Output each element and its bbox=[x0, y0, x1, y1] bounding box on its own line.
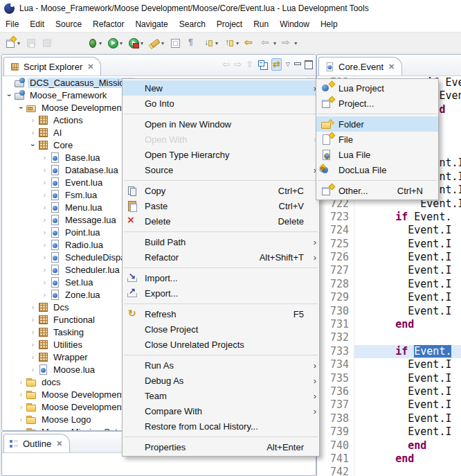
code-line-740[interactable]: 740 end bbox=[317, 439, 461, 452]
menubar-item-file[interactable]: File bbox=[0, 17, 24, 31]
up-icon[interactable]: ⇧ bbox=[246, 59, 253, 70]
context-menu-item-close-project[interactable]: Close Project bbox=[123, 321, 319, 337]
expand-arrow-icon[interactable]: › bbox=[40, 154, 49, 161]
expand-arrow-icon[interactable]: › bbox=[28, 129, 37, 136]
expand-arrow-icon[interactable]: › bbox=[17, 403, 26, 411]
menubar-item-refactor[interactable]: Refactor bbox=[87, 17, 129, 31]
context-menu-item-paste[interactable]: PasteCtrl+V bbox=[123, 198, 319, 213]
expand-arrow-icon[interactable]: › bbox=[28, 341, 37, 349]
menubar-item-project[interactable]: Project bbox=[211, 17, 248, 31]
toolbar-button-run-external-tools[interactable]: ▾ bbox=[126, 36, 145, 50]
tab-core-event[interactable]: Core.Event ✕ bbox=[318, 57, 402, 76]
dropdown-caret-icon[interactable]: ▾ bbox=[215, 40, 218, 46]
expand-arrow-icon[interactable]: › bbox=[40, 266, 49, 274]
context-menu-item-go-into[interactable]: Go Into bbox=[123, 96, 319, 111]
view-menu-icon[interactable]: ▽ bbox=[286, 59, 290, 70]
context-menu-item-source[interactable]: Source› bbox=[123, 162, 319, 177]
menubar-item-search[interactable]: Search bbox=[174, 17, 211, 31]
submenu-item-doclua-file[interactable]: DocLua File bbox=[316, 162, 438, 177]
code-line-739[interactable]: 739 Event.I bbox=[317, 425, 461, 439]
context-menu-item-delete[interactable]: DeleteDelete bbox=[123, 213, 319, 229]
expand-arrow-icon[interactable]: › bbox=[29, 141, 37, 150]
code-line-730[interactable]: 730 Event.I bbox=[317, 305, 461, 318]
toolbar-button-open-type[interactable] bbox=[168, 36, 183, 50]
toolbar-button-run[interactable]: ▾ bbox=[105, 36, 125, 50]
back-icon[interactable]: ⇦ bbox=[222, 59, 230, 70]
collapse-all-icon[interactable] bbox=[257, 60, 267, 69]
expand-arrow-icon[interactable]: › bbox=[17, 103, 25, 112]
submenu-item-file[interactable]: File bbox=[316, 132, 438, 147]
code-line-733[interactable]: 733 if Event. bbox=[317, 345, 461, 358]
expand-arrow-icon[interactable]: › bbox=[40, 279, 49, 286]
expand-arrow-icon[interactable]: › bbox=[28, 366, 37, 373]
dropdown-caret-icon[interactable]: ▾ bbox=[294, 40, 297, 46]
expand-arrow-icon[interactable]: › bbox=[17, 391, 26, 398]
code-line-735[interactable]: 735 Event.I bbox=[317, 372, 461, 385]
expand-arrow-icon[interactable]: › bbox=[40, 254, 49, 261]
code-line-727[interactable]: 727 Event.I bbox=[317, 264, 461, 277]
context-menu-item-new[interactable]: New› bbox=[123, 80, 319, 96]
context-menu-item-close-unrelated-projects[interactable]: Close Unrelated Projects bbox=[123, 337, 319, 352]
context-menu-item-build-path[interactable]: Build Path› bbox=[123, 234, 319, 249]
toolbar-button-save-all[interactable] bbox=[40, 36, 55, 50]
expand-arrow-icon[interactable]: › bbox=[17, 416, 26, 423]
toolbar-button-next-annotation[interactable]: ▾ bbox=[201, 36, 220, 50]
menubar-item-run[interactable]: Run bbox=[248, 17, 274, 31]
expand-arrow-icon[interactable]: › bbox=[28, 303, 37, 311]
context-menu-item-compare-with[interactable]: Compare With› bbox=[123, 403, 319, 418]
context-menu-item-open-type-hierarchy[interactable]: Open Type Hierarchy bbox=[123, 147, 319, 162]
tab-script-explorer[interactable]: Script Explorer ✕ bbox=[3, 57, 101, 76]
expand-arrow-icon[interactable]: › bbox=[40, 166, 49, 174]
dropdown-caret-icon[interactable]: ▾ bbox=[99, 40, 102, 46]
dropdown-caret-icon[interactable]: ▾ bbox=[236, 40, 239, 46]
context-menu-item-export[interactable]: Export... bbox=[123, 285, 319, 301]
expand-arrow-icon[interactable]: › bbox=[6, 91, 13, 100]
menubar-item-window[interactable]: Window bbox=[274, 17, 315, 31]
expand-arrow-icon[interactable]: › bbox=[17, 378, 26, 386]
expand-arrow-icon[interactable]: › bbox=[40, 216, 49, 224]
minimize-icon[interactable] bbox=[294, 62, 300, 68]
close-icon[interactable]: ✕ bbox=[388, 62, 395, 71]
context-menu-item-open-in-new-window[interactable]: Open in New Window bbox=[123, 116, 319, 132]
expand-arrow-icon[interactable]: › bbox=[40, 241, 49, 249]
expand-arrow-icon[interactable]: › bbox=[17, 428, 26, 431]
code-line-738[interactable]: 738 Event.I bbox=[317, 412, 461, 425]
context-menu-item-team[interactable]: Team› bbox=[123, 388, 319, 403]
menubar-item-help[interactable]: Help bbox=[315, 17, 343, 31]
submenu-item-project[interactable]: Project... bbox=[316, 96, 438, 111]
tab-outline[interactable]: Outline ✕ bbox=[3, 434, 70, 452]
expand-arrow-icon[interactable]: › bbox=[28, 328, 37, 336]
toolbar-button-save[interactable] bbox=[24, 36, 39, 50]
code-line-724[interactable]: 724 Event.I bbox=[317, 224, 461, 237]
code-line-741[interactable]: 741 end bbox=[317, 452, 461, 466]
submenu-item-lua-file[interactable]: Lua File bbox=[316, 147, 438, 162]
toolbar-button-show-whitespace[interactable] bbox=[184, 36, 199, 50]
code-line-732[interactable]: 732 bbox=[317, 331, 461, 344]
expand-arrow-icon[interactable]: › bbox=[28, 116, 37, 124]
expand-arrow-icon[interactable]: › bbox=[28, 353, 37, 361]
context-menu-item-copy[interactable]: CopyCtrl+C bbox=[123, 183, 319, 198]
context-menu-item-refresh[interactable]: RefreshF5 bbox=[123, 306, 319, 321]
menubar-item-navigate[interactable]: Navigate bbox=[129, 17, 173, 31]
code-line-723[interactable]: 723 if Event. bbox=[317, 211, 461, 224]
code-line-737[interactable]: 737 Event.I bbox=[317, 398, 461, 412]
code-line-742[interactable]: 742 bbox=[317, 466, 461, 476]
context-menu-item-open-with[interactable]: Open With› bbox=[123, 132, 319, 147]
context-menu-item-run-as[interactable]: Run As› bbox=[123, 358, 319, 373]
code-line-734[interactable]: 734 Event.I bbox=[317, 358, 461, 371]
submenu-item-lua-project[interactable]: Lua Project bbox=[316, 80, 438, 96]
context-menu-item-refactor[interactable]: RefactorAlt+Shift+T› bbox=[123, 249, 319, 265]
link-with-editor-icon[interactable]: ⇄ bbox=[271, 58, 282, 71]
code-line-729[interactable]: 729 Event.I bbox=[317, 291, 461, 304]
dropdown-caret-icon[interactable]: ▾ bbox=[161, 40, 164, 46]
expand-arrow-icon[interactable]: › bbox=[40, 291, 49, 299]
code-line-731[interactable]: 731 end bbox=[317, 318, 461, 331]
code-line-726[interactable]: 726 Event.I bbox=[317, 251, 461, 264]
dropdown-caret-icon[interactable]: ▾ bbox=[17, 40, 20, 46]
expand-arrow-icon[interactable]: › bbox=[40, 179, 49, 186]
dropdown-caret-icon[interactable]: ▾ bbox=[141, 40, 143, 46]
toolbar-button-last-edit-location[interactable] bbox=[242, 36, 257, 50]
submenu-item-folder[interactable]: Folder bbox=[316, 116, 438, 132]
forward-icon[interactable]: ⇨ bbox=[234, 59, 242, 70]
close-icon[interactable]: ✕ bbox=[56, 439, 62, 448]
